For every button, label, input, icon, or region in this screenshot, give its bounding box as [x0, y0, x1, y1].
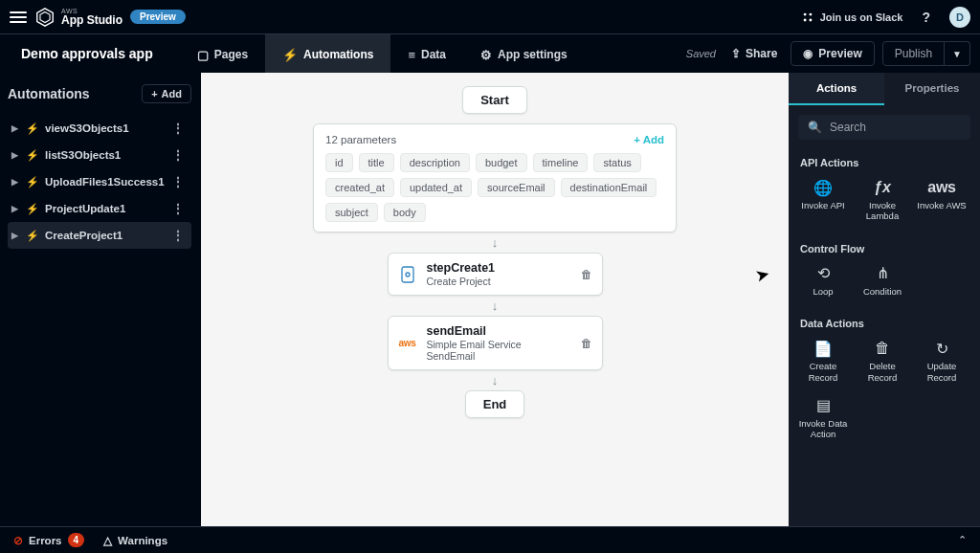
add-automation-button[interactable]: + Add — [142, 84, 191, 103]
page-icon: ▢ — [197, 48, 209, 62]
action-invoke-lambda[interactable]: ƒx Invoke Lambda — [854, 172, 911, 228]
share-button[interactable]: ⇪ Share — [731, 47, 777, 60]
action-delete-record[interactable]: 🗑 Delete Record — [854, 333, 911, 388]
menu-icon[interactable] — [10, 11, 27, 23]
svg-marker-0 — [37, 8, 54, 25]
trash-icon[interactable]: 🗑 — [581, 337, 592, 350]
parameters-node[interactable]: 12 parameters + Add idtitledescriptionbu… — [313, 123, 677, 232]
delete-record-icon: 🗑 — [875, 339, 890, 358]
search-input[interactable]: 🔍 Search — [798, 115, 970, 140]
tab-app-settings[interactable]: ⚙ App settings — [463, 34, 585, 73]
error-icon: ⊘ — [13, 534, 23, 547]
step-title: sendEmail — [427, 324, 571, 339]
sidebar-item-label: ProjectUpdate1 — [45, 203, 168, 214]
aws-icon: aws — [927, 178, 955, 197]
action-invoke-data[interactable]: ▤ Invoke Data Action — [794, 390, 852, 446]
section-control-flow: Control Flow — [789, 235, 980, 258]
action-invoke-aws[interactable]: aws Invoke AWS — [913, 172, 970, 228]
help-icon[interactable]: ? — [922, 10, 930, 25]
param-chip[interactable]: body — [384, 203, 426, 222]
section-api-actions: API Actions — [789, 149, 980, 172]
left-sidebar: Automations + Add ▶⚡viewS3Objects1⋮▶⚡lis… — [0, 73, 201, 526]
sidebar-item-UploadFiles1Success1[interactable]: ▶⚡UploadFiles1Success1⋮ — [8, 168, 191, 195]
branch-icon: ⋔ — [877, 264, 889, 283]
document-icon — [398, 265, 417, 284]
step-sendemail-node[interactable]: aws sendEmail Simple Email Service SendE… — [388, 316, 603, 370]
sidebar-item-listS3Objects1[interactable]: ▶⚡listS3Objects1⋮ — [8, 142, 191, 168]
kebab-icon[interactable]: ⋮ — [168, 228, 188, 243]
param-chip[interactable]: created_at — [325, 178, 394, 197]
params-count: 12 parameters — [325, 134, 396, 145]
invoke-data-icon: ▤ — [816, 396, 831, 415]
errors-tab[interactable]: ⊘ Errors 4 — [13, 533, 84, 547]
sub-header: Demo approvals app ▢ Pages ⚡ Automations… — [0, 34, 980, 73]
param-chip[interactable]: destinationEmail — [561, 178, 657, 197]
step-subtitle: Simple Email Service SendEmail — [427, 339, 571, 362]
kebab-icon[interactable]: ⋮ — [168, 174, 188, 189]
section-data-actions: Data Actions — [789, 310, 980, 333]
start-node[interactable]: Start — [462, 86, 527, 114]
param-chip[interactable]: budget — [476, 153, 527, 172]
preview-button[interactable]: ◉ Preview — [791, 41, 874, 66]
chevron-up-icon[interactable]: ⌃ — [958, 534, 967, 546]
publish-button[interactable]: Publish — [882, 41, 945, 66]
sidebar-title: Automations — [8, 86, 90, 101]
bolt-icon: ⚡ — [26, 176, 39, 188]
tab-properties[interactable]: Properties — [884, 73, 980, 105]
publish-dropdown[interactable]: ▼ — [945, 41, 970, 66]
saved-status: Saved — [686, 48, 716, 59]
kebab-icon[interactable]: ⋮ — [168, 201, 188, 216]
action-update-record[interactable]: ↻ Update Record — [913, 333, 970, 388]
sidebar-item-viewS3Objects1[interactable]: ▶⚡viewS3Objects1⋮ — [8, 115, 191, 142]
product-line2: App Studio — [61, 14, 122, 26]
param-chip[interactable]: description — [400, 153, 470, 172]
kebab-icon[interactable]: ⋮ — [168, 147, 188, 163]
action-invoke-api[interactable]: 🌐 Invoke API — [794, 172, 852, 228]
param-chip[interactable]: timeline — [533, 153, 589, 172]
share-icon: ⇪ — [731, 47, 741, 60]
hexagon-icon — [34, 7, 56, 28]
bolt-icon: ⚡ — [26, 203, 39, 215]
avatar[interactable]: D — [949, 7, 970, 28]
end-node[interactable]: End — [465, 390, 525, 418]
param-chip[interactable]: id — [325, 153, 353, 172]
kebab-icon[interactable]: ⋮ — [168, 121, 188, 136]
svg-point-2 — [803, 12, 806, 15]
action-condition[interactable]: ⋔ Condition — [854, 258, 911, 302]
svg-point-7 — [406, 273, 410, 276]
function-icon: ƒx — [874, 178, 891, 197]
slack-icon — [801, 11, 814, 24]
svg-point-4 — [803, 18, 806, 21]
sidebar-item-CreateProject1[interactable]: ▶⚡CreateProject1⋮ — [8, 222, 191, 249]
action-create-record[interactable]: 📄 Create Record — [794, 333, 852, 388]
add-parameter-button[interactable]: + Add — [634, 134, 664, 145]
chevron-right-icon: ▶ — [11, 204, 18, 213]
warnings-tab[interactable]: △ Warnings — [103, 534, 167, 547]
bolt-icon: ⚡ — [26, 230, 39, 242]
update-record-icon: ↻ — [936, 339, 948, 358]
error-count-badge: 4 — [68, 533, 85, 547]
tab-actions[interactable]: Actions — [789, 73, 884, 105]
bolt-icon: ⚡ — [26, 149, 39, 162]
sidebar-item-ProjectUpdate1[interactable]: ▶⚡ProjectUpdate1⋮ — [8, 195, 191, 222]
step-create-node[interactable]: stepCreate1 Create Project 🗑 — [388, 253, 603, 296]
param-chip[interactable]: updated_at — [400, 178, 472, 197]
automation-canvas: Start 12 parameters + Add idtitledescrip… — [201, 73, 789, 526]
sidebar-item-label: UploadFiles1Success1 — [45, 176, 168, 188]
param-chip[interactable]: sourceEmail — [478, 178, 555, 197]
trash-icon[interactable]: 🗑 — [581, 268, 592, 281]
tab-automations[interactable]: ⚡ Automations — [265, 34, 390, 73]
chevron-right-icon: ▶ — [11, 150, 18, 160]
gear-icon: ⚙ — [480, 48, 492, 62]
param-chip[interactable]: subject — [325, 203, 378, 222]
nav-tabs: ▢ Pages ⚡ Automations ≡ Data ⚙ App setti… — [180, 34, 585, 73]
sidebar-item-label: CreateProject1 — [45, 230, 168, 241]
product-logo[interactable]: AWS App Studio — [34, 7, 122, 28]
param-chip[interactable]: title — [359, 153, 394, 172]
action-loop[interactable]: ⟲ Loop — [794, 258, 852, 302]
param-chip[interactable]: status — [593, 153, 640, 172]
slack-link[interactable]: Join us on Slack — [801, 11, 903, 24]
tab-data[interactable]: ≡ Data — [390, 34, 463, 73]
tab-pages[interactable]: ▢ Pages — [180, 34, 265, 73]
svg-point-5 — [809, 18, 812, 21]
